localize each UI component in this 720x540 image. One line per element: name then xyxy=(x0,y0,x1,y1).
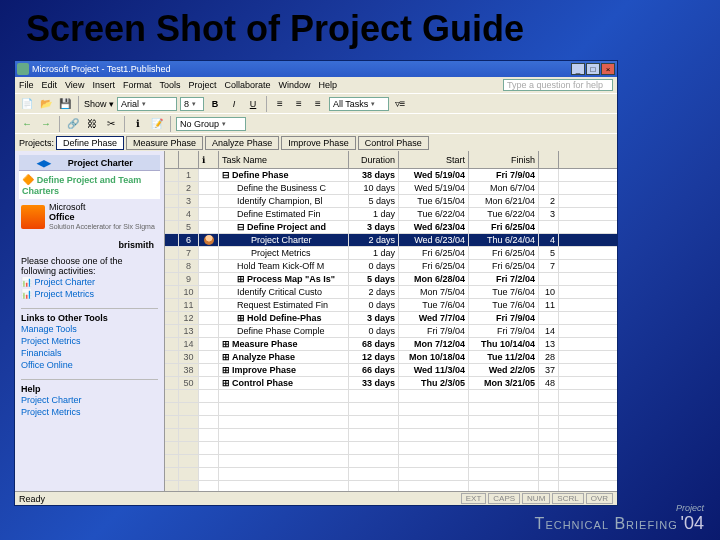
font-size-dropdown[interactable]: 8 xyxy=(180,97,204,111)
table-row[interactable] xyxy=(165,390,617,403)
menu-file[interactable]: File xyxy=(19,80,34,90)
outline-toggle-icon[interactable]: ⊟ xyxy=(222,170,230,180)
table-row[interactable] xyxy=(165,442,617,455)
table-row[interactable]: 30⊞Analyze Phase12 daysMon 10/18/04Tue 1… xyxy=(165,351,617,364)
link-financials[interactable]: Financials xyxy=(21,347,158,359)
outline-toggle-icon[interactable]: ⊞ xyxy=(237,313,245,323)
person-icon xyxy=(204,235,214,245)
table-row[interactable]: 50⊞Control Phase33 daysThu 2/3/05Mon 3/2… xyxy=(165,377,617,390)
phase-analyze[interactable]: Analyze Phase xyxy=(205,136,279,150)
table-row[interactable] xyxy=(165,416,617,429)
panel-toggle-icon[interactable]: ◀▶ xyxy=(23,157,65,169)
help-link-metrics[interactable]: Project Metrics xyxy=(21,406,158,418)
help-link-charter[interactable]: Project Charter xyxy=(21,394,158,406)
minimize-button[interactable]: _ xyxy=(571,63,585,75)
menu-tools[interactable]: Tools xyxy=(159,80,180,90)
indicator-col-icon[interactable]: ℹ xyxy=(199,151,219,168)
underline-icon[interactable]: U xyxy=(245,96,261,112)
table-row[interactable] xyxy=(165,455,617,468)
maximize-button[interactable]: □ xyxy=(586,63,600,75)
office-brand: Microsoft Office Solution Accelerator fo… xyxy=(19,199,160,234)
link-project-charter[interactable]: 📊 Project Charter xyxy=(21,276,158,288)
font-name-dropdown[interactable]: Arial xyxy=(117,97,177,111)
align-center-icon[interactable]: ≡ xyxy=(291,96,307,112)
align-right-icon[interactable]: ≡ xyxy=(310,96,326,112)
table-row[interactable]: 9⊞Process Map "As Is"5 daysMon 6/28/04Fr… xyxy=(165,273,617,286)
italic-icon[interactable]: I xyxy=(226,96,242,112)
menu-format[interactable]: Format xyxy=(123,80,152,90)
phase-improve[interactable]: Improve Phase xyxy=(281,136,356,150)
save-icon[interactable]: 💾 xyxy=(57,96,73,112)
phase-define[interactable]: Define Phase xyxy=(56,136,124,150)
table-row[interactable]: 8Hold Team Kick-Off M0 daysFri 6/25/04Fr… xyxy=(165,260,617,273)
grid-body[interactable]: 1⊟Define Phase38 daysWed 5/19/04Fri 7/9/… xyxy=(165,169,617,491)
menu-collaborate[interactable]: Collaborate xyxy=(224,80,270,90)
table-row[interactable]: 13Define Phase Comple0 daysFri 7/9/04Fri… xyxy=(165,325,617,338)
info-icon[interactable]: ℹ xyxy=(130,116,146,132)
table-row[interactable]: 2Define the Business C10 daysWed 5/19/04… xyxy=(165,182,617,195)
table-row[interactable] xyxy=(165,403,617,416)
new-icon[interactable]: 📄 xyxy=(19,96,35,112)
menu-project[interactable]: Project xyxy=(188,80,216,90)
table-row[interactable]: 38⊞Improve Phase66 daysWed 11/3/04Wed 2/… xyxy=(165,364,617,377)
filter-dropdown[interactable]: All Tasks xyxy=(329,97,389,111)
table-row[interactable]: 14⊞Measure Phase68 daysMon 7/12/04Thu 10… xyxy=(165,338,617,351)
menu-edit[interactable]: Edit xyxy=(42,80,58,90)
window-title: Microsoft Project - Test1.Published xyxy=(32,64,170,74)
phase-control[interactable]: Control Phase xyxy=(358,136,429,150)
outline-toggle-icon[interactable]: ⊟ xyxy=(237,222,245,232)
close-button[interactable]: × xyxy=(601,63,615,75)
link-project-metrics[interactable]: 📊 Project Metrics xyxy=(21,288,158,300)
link-manage-tools[interactable]: Manage Tools xyxy=(21,323,158,335)
align-left-icon[interactable]: ≡ xyxy=(272,96,288,112)
links-section-title: Links to Other Tools xyxy=(21,308,158,323)
phase-measure[interactable]: Measure Phase xyxy=(126,136,203,150)
unlink-icon[interactable]: ⛓ xyxy=(84,116,100,132)
project-guide-panel: ◀▶ Project Charter 🔶 Define Project and … xyxy=(15,151,165,491)
table-row[interactable]: 5⊟Define Project and3 daysWed 6/23/04Fri… xyxy=(165,221,617,234)
table-row[interactable] xyxy=(165,468,617,481)
back-icon[interactable]: ← xyxy=(19,116,35,132)
col-finish[interactable]: Finish xyxy=(469,151,539,168)
col-start[interactable]: Start xyxy=(399,151,469,168)
menu-help[interactable]: Help xyxy=(319,80,338,90)
outline-toggle-icon[interactable]: ⊞ xyxy=(222,339,230,349)
forward-icon[interactable]: → xyxy=(38,116,54,132)
table-row[interactable] xyxy=(165,481,617,491)
open-icon[interactable]: 📂 xyxy=(38,96,54,112)
table-row[interactable] xyxy=(165,429,617,442)
second-toolbar: ← → 🔗 ⛓ ✂ ℹ 📝 No Group xyxy=(15,113,617,133)
group-dropdown[interactable]: No Group xyxy=(176,117,246,131)
table-row[interactable]: 1⊟Define Phase38 daysWed 5/19/04Fri 7/9/… xyxy=(165,169,617,182)
outline-toggle-icon[interactable]: ⊞ xyxy=(222,352,230,362)
outline-toggle-icon[interactable]: ⊞ xyxy=(222,365,230,375)
col-duration[interactable]: Duration xyxy=(349,151,399,168)
table-row[interactable]: 6Project Charter2 daysWed 6/23/04Thu 6/2… xyxy=(165,234,617,247)
app-window: Microsoft Project - Test1.Published _ □ … xyxy=(14,60,618,506)
menu-view[interactable]: View xyxy=(65,80,84,90)
outline-toggle-icon[interactable]: ⊞ xyxy=(222,378,230,388)
link-icon[interactable]: 🔗 xyxy=(65,116,81,132)
link-project-metrics2[interactable]: Project Metrics xyxy=(21,335,158,347)
help-search-box[interactable]: Type a question for help xyxy=(503,79,613,91)
table-row[interactable]: 3Identify Champion, Bl5 daysTue 6/15/04M… xyxy=(165,195,617,208)
notes-icon[interactable]: 📝 xyxy=(149,116,165,132)
bold-icon[interactable]: B xyxy=(207,96,223,112)
col-taskname[interactable]: Task Name xyxy=(219,151,349,168)
status-ready: Ready xyxy=(19,494,45,504)
help-section-title: Help xyxy=(21,379,158,394)
statusbar: Ready EXT CAPS NUM SCRL OVR xyxy=(15,491,617,505)
menu-window[interactable]: Window xyxy=(278,80,310,90)
split-icon[interactable]: ✂ xyxy=(103,116,119,132)
table-row[interactable]: 12⊞Hold Define-Phas3 daysWed 7/7/04Fri 7… xyxy=(165,312,617,325)
standard-toolbar: 📄 📂 💾 Show ▾ Arial 8 B I U ≡ ≡ ≡ All Tas… xyxy=(15,93,617,113)
table-row[interactable]: 10Identify Critical Custo2 daysMon 7/5/0… xyxy=(165,286,617,299)
show-button[interactable]: Show ▾ xyxy=(84,99,114,109)
table-row[interactable]: 11Request Estimated Fin0 daysTue 7/6/04T… xyxy=(165,299,617,312)
outline-toggle-icon[interactable]: ⊞ xyxy=(237,274,245,284)
menu-insert[interactable]: Insert xyxy=(92,80,115,90)
link-office-online[interactable]: Office Online xyxy=(21,359,158,371)
table-row[interactable]: 4Define Estimated Fin1 dayTue 6/22/04Tue… xyxy=(165,208,617,221)
table-row[interactable]: 7Project Metrics1 dayFri 6/25/04Fri 6/25… xyxy=(165,247,617,260)
autofilter-icon[interactable]: ▿≡ xyxy=(392,96,408,112)
